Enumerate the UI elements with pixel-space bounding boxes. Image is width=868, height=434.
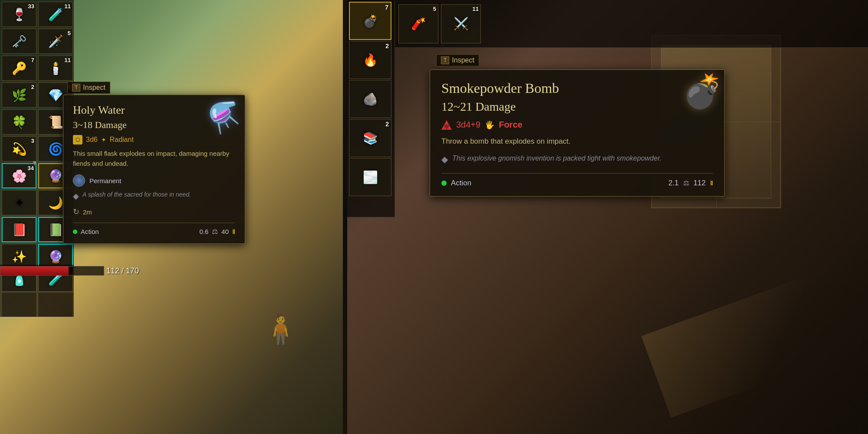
scroll-arrow[interactable]: ▼: [31, 159, 38, 167]
right-panel: 💣 7 🔥 2 🪨 📚 2 🌫️ 🧨 5 ⚔️ 11 T Inspec: [347, 0, 868, 434]
damage-formula-icon-left: ⬡: [73, 135, 82, 145]
permanent-text: Permanent: [89, 177, 121, 184]
inv-slot-15[interactable]: ✦: [2, 190, 36, 215]
inspect-label-left: T Inspect: [67, 82, 110, 94]
inv-slot-right-3[interactable]: 🪨: [349, 80, 391, 118]
gold-left: 40: [221, 228, 229, 235]
throw-description: Throw a bomb that explodes on impact.: [441, 136, 713, 147]
item-stats-right: 2.1 ⚖ 112 Ⅱ: [668, 179, 713, 187]
inventory-row-top-right: 🧨 5 ⚔️ 11: [395, 0, 868, 48]
health-bar-fill: [0, 266, 69, 275]
gold-icon-left: Ⅱ: [232, 228, 235, 235]
action-label-left: Action: [81, 228, 99, 235]
inv-slot-right-2[interactable]: 🔥 2: [349, 41, 391, 79]
damage-hand-icon: 🖐: [485, 120, 494, 130]
tooltip-footer-left: Action 0.6 ⚖ 40 Ⅱ: [73, 223, 235, 236]
damage-type-left: Radiant: [110, 136, 134, 144]
damage-type-right: Force: [499, 120, 522, 130]
action-label-right: Action: [451, 179, 471, 187]
inspect-key-right: T: [441, 56, 449, 64]
panel-divider: [343, 0, 347, 434]
inv-slot-4[interactable]: 🗡️ 5: [38, 29, 73, 54]
damage-formula-text-right: 3d4+9: [456, 120, 480, 130]
gold-right: 112: [694, 179, 706, 187]
damage-crystal-icon: [441, 120, 452, 130]
damage-formula-text-left: 3d6: [86, 136, 98, 144]
inv-slot-1[interactable]: 🍷 33: [2, 2, 36, 27]
inv-slot-2[interactable]: 🧪 11: [38, 2, 73, 27]
tooltip-left: ⚗️ Holy Water 3~18 Damage ⬡ 3d6 ✦ Radian…: [63, 95, 245, 244]
action-badge-left: Action: [73, 228, 99, 235]
inventory-strip-right: 💣 7 🔥 2 🪨 📚 2 🌫️: [347, 0, 395, 217]
inspect-text-left: Inspect: [83, 84, 105, 92]
inv-slot-top-2[interactable]: ⚔️ 11: [441, 4, 481, 43]
flavor-section-right: ◆ This explosive gnomish invention is pa…: [441, 153, 713, 164]
item-description-left: This small flask explodes on impact, dam…: [73, 149, 235, 168]
item-stats-left: 0.6 ⚖ 40 Ⅱ: [199, 227, 235, 236]
weight-icon-left: ⚖: [212, 227, 218, 236]
inv-slot-empty-1[interactable]: [2, 293, 36, 317]
inspect-label-right: T Inspect: [436, 54, 479, 66]
bomb-image: 💣: [672, 61, 733, 122]
action-badge-right: Action: [441, 179, 471, 187]
gold-icon-right: Ⅱ: [710, 180, 713, 187]
tooltip-footer-right: Action 2.1 ⚖ 112 Ⅱ: [441, 173, 713, 187]
character-figure-left: 🧍: [262, 312, 299, 347]
inspect-text-right: Inspect: [452, 56, 474, 64]
inv-slot-9[interactable]: 🍀: [2, 109, 36, 135]
inv-slot-right-4[interactable]: 📚 2: [349, 119, 391, 157]
range-section: ↻ 2m: [73, 207, 235, 217]
health-bar: [0, 266, 104, 276]
inv-slot-right-5[interactable]: 🌫️: [349, 158, 391, 196]
range-text: 2m: [83, 208, 92, 216]
weight-icon-right: ⚖: [683, 179, 689, 187]
weight-right: 2.1: [668, 179, 679, 187]
inv-slot-6[interactable]: 🕯️ 11: [38, 56, 73, 81]
inspect-key-left: T: [72, 84, 80, 92]
weight-left: 0.6: [199, 228, 208, 235]
inv-slot-5[interactable]: 🔑 7: [2, 56, 36, 81]
inv-slot-11[interactable]: 💫 3: [2, 136, 36, 161]
action-dot-right: [441, 181, 447, 186]
holy-water-image: ⚗️: [201, 91, 249, 138]
inv-slot-7[interactable]: 🌿 2: [2, 82, 36, 108]
flavor-text-left: A splash of the sacred for those in need…: [82, 191, 191, 198]
action-dot-left: [73, 230, 77, 234]
health-text: 112 / 170: [106, 266, 139, 276]
inv-slot-17[interactable]: 📕: [2, 217, 36, 242]
left-panel: 🍷 33 🧪 11 🗝️ 🗡️ 5 🔑 7 🕯️ 11 🌿 2: [0, 0, 343, 434]
inv-slot-right-1[interactable]: 💣 7: [349, 2, 391, 40]
inv-slot-3[interactable]: 🗝️: [2, 29, 36, 54]
permanent-icon: [73, 174, 85, 187]
permanent-section: Permanent: [73, 174, 235, 187]
tooltip-right: 💣 Smokepowder Bomb 12~21 Damage 3d4+9 🖐 …: [430, 69, 725, 197]
flavor-section-left: ◆ A splash of the sacred for those in ne…: [73, 191, 235, 201]
inv-slot-top-1[interactable]: 🧨 5: [398, 4, 438, 43]
inv-slot-empty-2[interactable]: [38, 293, 73, 317]
flavor-text-right: This explosive gnomish invention is pack…: [452, 153, 661, 164]
